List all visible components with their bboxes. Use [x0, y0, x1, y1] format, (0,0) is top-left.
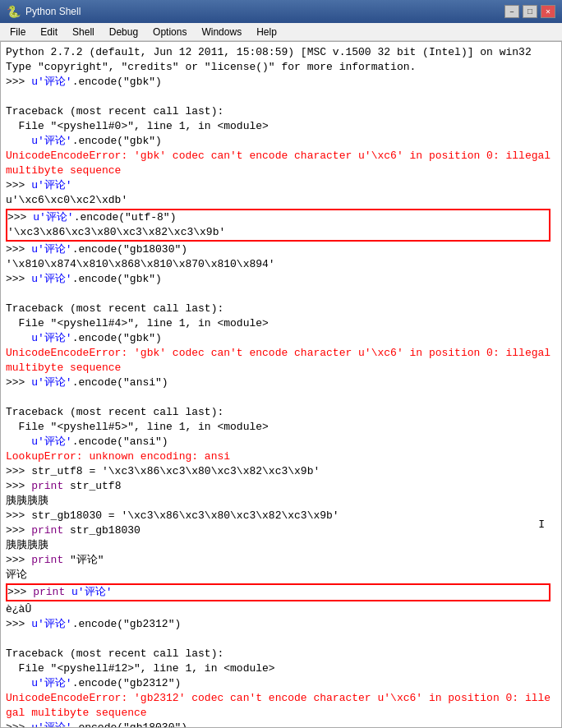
- output-line: Traceback (most recent call last):: [6, 647, 556, 661]
- output-line: u'评论'.encode("ansi"): [6, 435, 556, 449]
- menu-debug[interactable]: Debug: [103, 25, 145, 39]
- title-bar-left: 🐍 Python Shell: [7, 5, 81, 19]
- highlight-region-2: >>> print u'评论': [6, 583, 550, 601]
- output-line: >>> str_utf8 = '\xc3\x86\xc3\x80\xc3\x82…: [6, 464, 556, 479]
- output-line: Python 2.7.2 (default, Jun 12 2011, 15:0…: [6, 45, 556, 60]
- output-line: [6, 390, 556, 405]
- output-line: è¿àÛ: [6, 602, 556, 617]
- output-line: >>> u'评论': [6, 178, 556, 193]
- output-line: Traceback (most recent call last):: [6, 405, 556, 420]
- output-line: u'\xc6\xc0\xc2\xdb': [6, 193, 556, 208]
- menu-windows[interactable]: Windows: [195, 25, 248, 39]
- output-line: >>> print str_utf8: [6, 479, 556, 494]
- output-line: [6, 287, 556, 302]
- output-line: >>> print str_gb18030: [6, 523, 556, 538]
- menu-help[interactable]: Help: [250, 25, 283, 39]
- output-line: >>> print u'评论': [7, 585, 549, 600]
- output-line: 评论: [6, 568, 556, 583]
- output-line: >>> u'评论'.encode("gb18030"): [6, 721, 556, 728]
- output-line: [6, 632, 556, 647]
- output-line: UnicodeEncodeError: 'gb2312' codec can't…: [6, 691, 556, 721]
- menu-shell[interactable]: Shell: [66, 25, 101, 39]
- minimize-button[interactable]: –: [504, 5, 519, 18]
- output-line: [6, 90, 556, 104]
- output-line: File "<pyshell#5>", line 1, in <module>: [6, 420, 556, 435]
- menu-edit[interactable]: Edit: [34, 25, 64, 39]
- output-line: LookupError: unknown encoding: ansi: [6, 449, 556, 464]
- output-line: u'评论'.encode("gb2312"): [6, 676, 556, 691]
- menu-file[interactable]: File: [3, 25, 32, 39]
- window-controls: – □ ✕: [504, 5, 555, 18]
- menu-options[interactable]: Options: [146, 25, 193, 39]
- window-title: Python Shell: [25, 6, 81, 17]
- shell-output[interactable]: Python 2.7.2 (default, Jun 12 2011, 15:0…: [0, 41, 562, 728]
- output-line: >>> u'评论'.encode("ansi"): [6, 376, 556, 390]
- maximize-button[interactable]: □: [523, 5, 537, 18]
- output-line: File "<pyshell#12>", line 1, in <module>: [6, 661, 556, 676]
- cursor-indicator: I: [538, 518, 545, 531]
- output-line: >>> u'评论'.encode("gbk"): [6, 272, 556, 287]
- output-line: >>> str_gb18030 = '\xc3\x86\xc3\x80\xc3\…: [6, 509, 556, 523]
- output-line: 胰胰胰胰: [6, 494, 556, 509]
- output-line: UnicodeEncodeError: 'gbk' codec can't en…: [6, 149, 556, 178]
- output-line: Traceback (most recent call last):: [6, 104, 556, 119]
- output-line: >>> u'评论'.encode("utf-8"): [7, 210, 549, 225]
- output-line: Type "copyright", "credits" or "license(…: [6, 60, 556, 75]
- output-line: >>> print "评论": [6, 553, 556, 568]
- output-line: u'评论'.encode("gbk"): [6, 134, 556, 149]
- output-line: Traceback (most recent call last):: [6, 302, 556, 316]
- output-line: '\xc3\x86\xc3\x80\xc3\x82\xc3\x9b': [7, 225, 549, 240]
- window-container: 🐍 Python Shell – □ ✕ File Edit Shell Deb…: [0, 0, 562, 728]
- output-line: File "<pyshell#0>", line 1, in <module>: [6, 119, 556, 134]
- output-line: >>> u'评论'.encode("gb18030"): [6, 242, 556, 257]
- output-line: >>> u'评论'.encode("gb2312"): [6, 617, 556, 632]
- output-line: UnicodeEncodeError: 'gbk' codec can't en…: [6, 346, 556, 376]
- output-line: u'评论'.encode("gbk"): [6, 331, 556, 346]
- title-bar: 🐍 Python Shell – □ ✕: [0, 0, 562, 23]
- output-line: '\x810\x874\x810\x868\x810\x870\x810\x89…: [6, 257, 556, 272]
- highlight-region: >>> u'评论'.encode("utf-8") '\xc3\x86\xc3\…: [6, 209, 550, 242]
- output-line: 胰胰胰胰: [6, 538, 556, 553]
- output-line: >>> u'评论'.encode("gbk"): [6, 75, 556, 90]
- close-button[interactable]: ✕: [541, 5, 555, 18]
- python-icon: 🐍: [7, 5, 21, 19]
- menu-bar: File Edit Shell Debug Options Windows He…: [0, 23, 562, 41]
- output-line: File "<pyshell#4>", line 1, in <module>: [6, 316, 556, 331]
